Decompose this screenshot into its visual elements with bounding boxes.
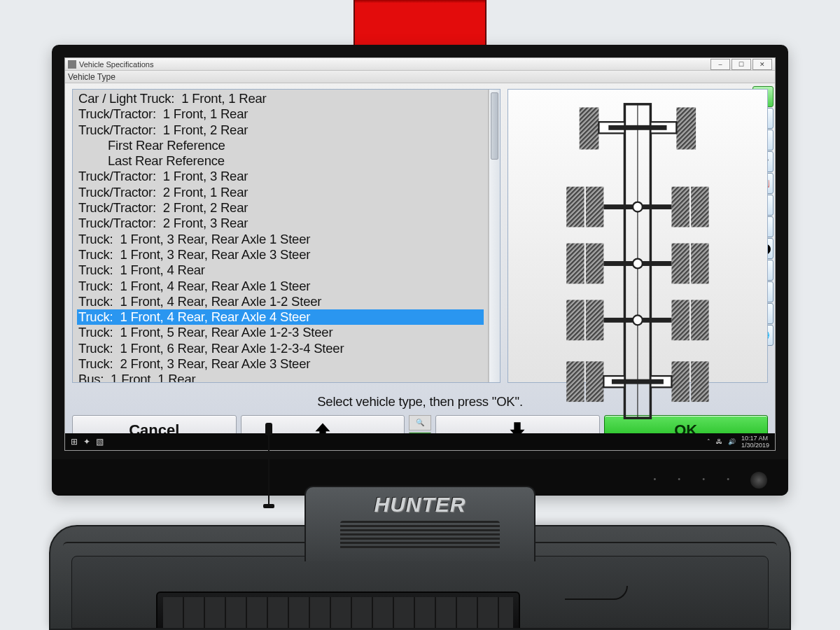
svg-rect-22 <box>586 300 603 340</box>
app-window: Vehicle Specifications – ☐ ✕ Vehicle Typ… <box>64 57 776 451</box>
scrollbar-thumb[interactable] <box>491 92 498 160</box>
svg-rect-33 <box>612 379 664 384</box>
svg-rect-28 <box>586 361 603 402</box>
vehicle-type-row[interactable]: Truck: 1 Front, 4 Rear, Rear Axle 4 Stee… <box>77 309 484 325</box>
svg-point-20 <box>633 259 643 269</box>
vehicle-type-row[interactable]: Last Rear Reference <box>77 153 484 169</box>
vehicle-type-row[interactable]: Car / Light Truck: 1 Front, 1 Rear <box>77 91 484 106</box>
tray-chevron-icon[interactable]: ˄ <box>707 438 710 445</box>
vehicle-type-row[interactable]: Truck/Tractor: 2 Front, 3 Rear <box>77 216 484 231</box>
svg-rect-8 <box>608 125 666 130</box>
antenna <box>268 430 270 507</box>
svg-rect-17 <box>672 244 690 284</box>
svg-rect-16 <box>586 244 603 284</box>
window-minimize-button[interactable]: – <box>710 59 730 70</box>
svg-rect-11 <box>672 187 690 227</box>
start-icon[interactable]: ⊞ <box>71 437 78 447</box>
monitor-frame: Vehicle Specifications – ☐ ✕ Vehicle Typ… <box>52 45 788 496</box>
vehicle-type-row[interactable]: Bus: 1 Front, 1 Rear <box>77 372 484 382</box>
svg-rect-4 <box>580 107 599 149</box>
svg-rect-9 <box>566 187 584 227</box>
equipment-base: HUNTER <box>49 525 791 630</box>
svg-rect-30 <box>691 361 708 402</box>
speaker-grille <box>340 521 500 550</box>
svg-rect-12 <box>691 187 708 227</box>
vehicle-type-row[interactable]: Truck: 1 Front, 4 Rear, Rear Axle 1-2 St… <box>77 294 484 309</box>
svg-rect-18 <box>691 244 708 284</box>
list-scrollbar[interactable] <box>489 90 500 382</box>
cable <box>565 586 628 600</box>
svg-rect-21 <box>566 300 584 340</box>
monitor-power-button[interactable] <box>750 472 767 489</box>
taskbar[interactable]: ⊞ ✦ ▧ ˄ 🖧 🔊 10:17 AM1/30/2019 <box>65 433 775 450</box>
vehicle-type-row[interactable]: Truck/Tractor: 2 Front, 2 Rear <box>77 200 484 216</box>
menu-vehicle-type[interactable]: Vehicle Type <box>68 72 115 82</box>
axle-diagram-panel <box>507 89 768 383</box>
window-close-button[interactable]: ✕ <box>752 59 772 70</box>
app-taskbar-icon[interactable]: ▧ <box>96 437 104 447</box>
vehicle-type-row[interactable]: Truck/Tractor: 1 Front, 3 Rear <box>77 169 484 184</box>
svg-rect-10 <box>586 187 603 227</box>
workspace: ?╫▣0.3°📖✖⟳↕⬤E🖶⎋🌐 Car / Light Truck: 1 Fr… <box>65 83 775 450</box>
vehicle-type-row[interactable]: Truck: 1 Front, 3 Rear, Rear Axle 3 Stee… <box>77 247 484 262</box>
keyboard[interactable] <box>156 592 520 628</box>
vehicle-type-list-panel: Car / Light Truck: 1 Front, 1 RearTruck/… <box>72 89 500 383</box>
taskview-icon[interactable]: ✦ <box>83 437 90 447</box>
vehicle-type-row[interactable]: Truck/Tractor: 1 Front, 2 Rear <box>77 122 484 138</box>
vehicle-type-row[interactable]: Truck: 1 Front, 4 Rear, Rear Axle 1 Stee… <box>77 279 484 294</box>
screen: Vehicle Specifications – ☐ ✕ Vehicle Typ… <box>64 57 776 451</box>
svg-rect-27 <box>566 361 584 402</box>
vehicle-type-row[interactable]: Truck: 1 Front, 4 Rear <box>77 262 484 278</box>
vehicle-type-list[interactable]: Car / Light Truck: 1 Front, 1 RearTruck/… <box>73 90 489 382</box>
vehicle-type-row[interactable]: Truck: 1 Front, 5 Rear, Rear Axle 1-2-3 … <box>77 325 484 340</box>
brand-logo: HUNTER <box>374 493 466 517</box>
svg-rect-24 <box>691 300 708 340</box>
vehicle-type-row[interactable]: Truck: 2 Front, 3 Rear, Rear Axle 3 Stee… <box>77 356 484 372</box>
tray-volume-icon[interactable]: 🔊 <box>728 438 736 445</box>
svg-rect-23 <box>672 300 690 340</box>
vehicle-type-row[interactable]: First Rear Reference <box>77 138 484 153</box>
console-housing: HUNTER <box>304 486 536 561</box>
vehicle-type-row[interactable]: Truck/Tractor: 2 Front, 1 Rear <box>77 185 484 200</box>
vehicle-type-row[interactable]: Truck/Tractor: 1 Front, 1 Rear <box>77 106 484 122</box>
window-title: Vehicle Specifications <box>79 60 153 69</box>
vehicle-type-row[interactable]: Truck: 1 Front, 3 Rear, Rear Axle 1 Stee… <box>77 232 484 247</box>
axle-diagram <box>508 90 767 429</box>
menu-bar[interactable]: Vehicle Type <box>65 71 775 83</box>
svg-rect-29 <box>672 361 690 402</box>
zoom-icon: 🔍 <box>409 415 431 430</box>
vehicle-type-row[interactable]: Truck: 1 Front, 6 Rear, Rear Axle 1-2-3-… <box>77 341 484 356</box>
svg-rect-5 <box>677 107 696 149</box>
monitor-control-dots: • • • • <box>653 475 739 483</box>
app-icon <box>68 60 76 69</box>
svg-rect-15 <box>566 244 584 284</box>
tray-time[interactable]: 10:17 AM1/30/2019 <box>741 435 769 449</box>
window-maximize-button[interactable]: ☐ <box>732 59 751 70</box>
svg-point-26 <box>633 315 643 325</box>
window-titlebar: Vehicle Specifications – ☐ ✕ <box>65 58 775 71</box>
tray-network-icon[interactable]: 🖧 <box>716 438 722 445</box>
svg-point-14 <box>633 202 643 212</box>
